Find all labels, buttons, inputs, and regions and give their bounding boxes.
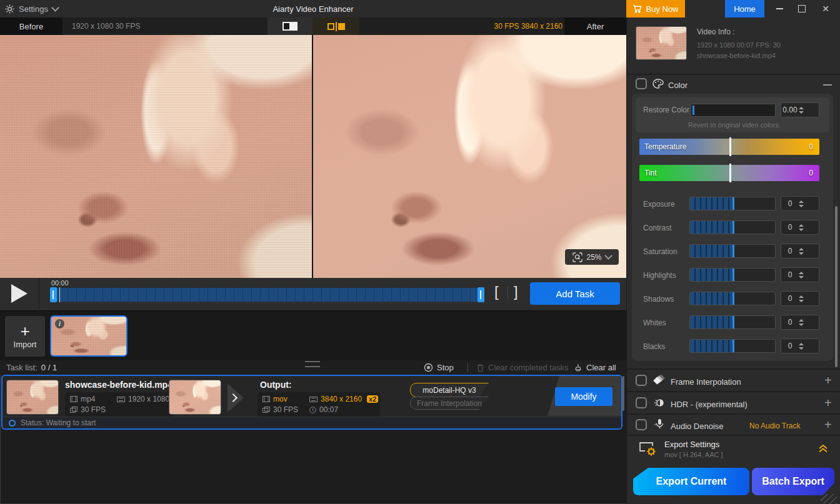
clock-icon <box>309 407 316 413</box>
spinner-icon[interactable] <box>799 295 819 302</box>
home-button[interactable]: Home <box>725 0 764 17</box>
trim-end-handle[interactable] <box>478 287 484 302</box>
hdr-icon <box>653 397 666 409</box>
clear-completed-button[interactable]: Clear completed tasks <box>476 360 569 375</box>
tint-marker[interactable] <box>729 164 731 182</box>
media-thumbnail[interactable]: i <box>50 315 128 357</box>
frame-interpolation-tag: Frame Interpolation <box>410 397 489 410</box>
maximize-button[interactable] <box>792 0 811 17</box>
trash-icon <box>476 363 484 372</box>
after-preview-image[interactable] <box>313 35 626 278</box>
before-tab[interactable]: Before <box>0 17 62 35</box>
buy-now-label: Buy Now <box>646 4 678 14</box>
modify-button[interactable]: Modify <box>555 387 612 406</box>
format-icon <box>70 396 78 402</box>
format-icon <box>262 396 270 402</box>
before-preview-image[interactable] <box>0 35 312 278</box>
value-blacks[interactable]: 0 <box>781 338 819 353</box>
hdr-checkbox[interactable] <box>636 397 647 408</box>
value-shadows[interactable]: 0 <box>781 291 819 306</box>
tint-slider[interactable]: Tint 0 <box>639 165 819 181</box>
info-icon[interactable]: i <box>55 319 64 329</box>
separator <box>627 435 840 436</box>
task-list-scrollbar[interactable] <box>622 376 624 411</box>
spinner-icon[interactable] <box>799 107 819 114</box>
frame-interpolation-checkbox[interactable] <box>636 375 647 386</box>
after-tab[interactable]: After <box>564 17 626 35</box>
double-chevron-up-icon[interactable] <box>817 442 829 455</box>
tint-value: 0 <box>809 169 813 177</box>
restore-color-hint: Revert to original video colors. <box>688 121 781 129</box>
slider-saturation[interactable] <box>689 244 776 258</box>
temperature-label: Temperature <box>644 142 686 151</box>
restore-color-value[interactable]: 0.00 <box>781 102 819 117</box>
close-button[interactable]: ✕ <box>816 0 835 17</box>
buy-now-button[interactable]: Buy Now <box>626 0 685 17</box>
export-current-button[interactable]: Export Current <box>633 468 749 495</box>
timeline[interactable] <box>50 288 484 302</box>
export-settings-title: Export Settings <box>664 440 719 449</box>
spinner-icon[interactable] <box>799 343 819 350</box>
expand-icon[interactable]: + <box>824 375 832 386</box>
import-button[interactable]: + Import <box>5 316 45 357</box>
fps-icon <box>262 407 270 413</box>
side-by-side-icon <box>328 22 345 31</box>
slider-contrast[interactable] <box>689 220 776 234</box>
audio-denoise-checkbox[interactable] <box>636 419 647 430</box>
value-highlights[interactable]: 0 <box>781 267 819 282</box>
playhead[interactable] <box>59 287 60 302</box>
side-by-side-view-button[interactable] <box>312 17 359 36</box>
panel-resize-grip[interactable] <box>305 361 320 367</box>
batch-export-button[interactable]: Batch Export <box>752 468 834 495</box>
plus-icon: + <box>20 324 29 338</box>
task-count: 0 / 1 <box>41 363 57 372</box>
slider-highlights[interactable] <box>689 268 776 282</box>
color-checkbox[interactable] <box>636 78 647 89</box>
header-divider <box>468 363 468 372</box>
value-whites[interactable]: 0 <box>781 315 819 330</box>
spinner-icon[interactable] <box>799 224 819 231</box>
split-view-button[interactable] <box>268 17 312 35</box>
transport-bar: 00:00 [ ] Add Task <box>0 278 626 312</box>
value-exposure[interactable]: 0 <box>781 196 819 211</box>
sidebar-scrollbar[interactable] <box>835 206 838 367</box>
temperature-marker[interactable] <box>729 137 731 156</box>
task-row[interactable]: 00:00 showcase-before-kid.mp4 mp4 1920 x… <box>1 375 622 430</box>
settings-sidebar: Video Info : 1920 x 1080 00:07 FPS: 30 s… <box>626 17 840 504</box>
spinner-icon[interactable] <box>799 248 819 255</box>
preview-area <box>0 35 626 278</box>
spinner-icon[interactable] <box>799 272 819 279</box>
spinner-icon[interactable] <box>799 200 819 207</box>
timeline-time-label: 00:00 <box>51 279 69 287</box>
preview-header: Before 1920 x 1080 30 FPS 30 FPS 3840 x … <box>0 17 626 35</box>
expand-icon[interactable]: + <box>824 397 832 408</box>
restore-slider-thumb[interactable] <box>692 106 694 115</box>
stop-button[interactable]: Stop <box>424 360 454 375</box>
slider-whites[interactable] <box>689 315 776 329</box>
slider-exposure[interactable] <box>689 197 776 210</box>
collapse-icon[interactable] <box>823 84 832 86</box>
model-tag[interactable]: moDetail-HQ v3 <box>410 383 489 397</box>
trim-start-handle[interactable] <box>50 287 57 302</box>
temperature-value: 0 <box>809 142 813 151</box>
export-settings-icon <box>638 440 658 457</box>
play-button[interactable] <box>0 278 39 309</box>
clear-all-button[interactable]: Clear all <box>574 360 616 375</box>
set-in-point-button[interactable]: [ <box>494 283 499 300</box>
chevron-right-icon <box>229 393 238 402</box>
split-view-icon <box>282 22 298 31</box>
restore-color-slider[interactable] <box>691 104 776 117</box>
value-saturation[interactable]: 0 <box>781 244 819 259</box>
value-contrast[interactable]: 0 <box>781 220 819 235</box>
expand-icon[interactable]: + <box>824 419 832 430</box>
slider-blacks[interactable] <box>689 339 776 353</box>
resolution-icon <box>117 397 125 402</box>
spinner-icon[interactable] <box>799 319 819 326</box>
hdr-label: HDR - (experimental) <box>671 400 748 409</box>
minimize-button[interactable] <box>770 0 789 17</box>
zoom-control[interactable]: 25% <box>565 249 619 265</box>
add-task-button[interactable]: Add Task <box>530 282 620 305</box>
temperature-slider[interactable]: Temperature 0 <box>639 139 819 155</box>
slider-shadows[interactable] <box>689 292 776 305</box>
set-out-point-button[interactable]: ] <box>514 283 518 300</box>
